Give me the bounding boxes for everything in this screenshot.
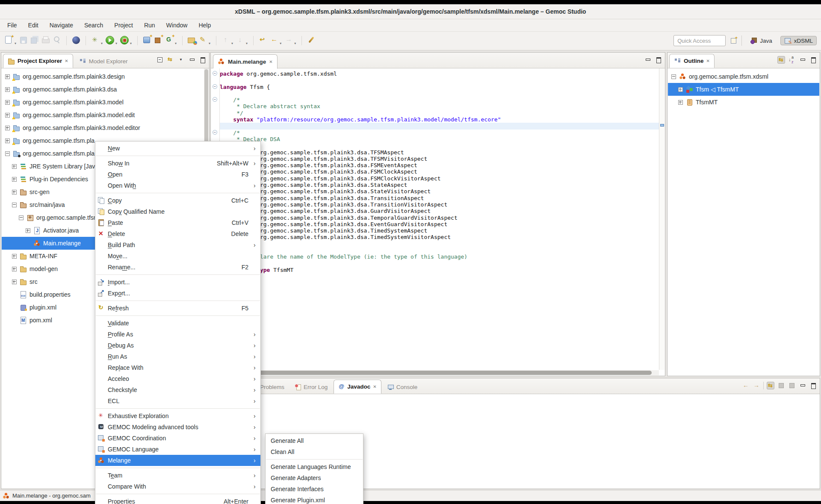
menu-item-refresh[interactable]: RefreshF5 [95, 303, 260, 314]
tab-outline[interactable]: Outline ✕ [669, 54, 715, 68]
dropdown-chevron-icon[interactable]: ▾ [130, 41, 132, 45]
menu-file[interactable]: File [2, 19, 23, 31]
link-with-editor-icon[interactable] [777, 56, 785, 64]
menu-item-rename[interactable]: Rename...F2 [95, 262, 260, 273]
tree-item-org-gemoc-sample-tfsm-plaink3-model[interactable]: org.gemoc.sample.tfsm.plaink3.model [2, 96, 209, 109]
tree-item-org-gemoc-sample-tfsm-plaink3-dsa[interactable]: org.gemoc.sample.tfsm.plaink3.dsa [2, 83, 209, 96]
expand-icon[interactable] [12, 177, 17, 182]
expand-icon[interactable] [12, 254, 17, 259]
fold-marker-icon[interactable]: − [213, 97, 217, 102]
menu-item-checkstyle[interactable]: Checkstyle› [95, 384, 260, 395]
menu-item-ecl[interactable]: ECL› [95, 395, 260, 407]
maximize-icon[interactable] [655, 56, 662, 64]
expand-icon[interactable] [12, 280, 17, 284]
menu-item-profile-as[interactable]: Profile As› [95, 329, 260, 340]
minimize-icon[interactable] [644, 56, 652, 64]
menu-item-paste[interactable]: PasteCtrl+V [95, 217, 260, 228]
collapse-all-icon[interactable] [156, 56, 164, 64]
menu-edit[interactable]: Edit [23, 19, 44, 31]
open-plugin-artifact-icon[interactable] [186, 35, 198, 45]
open-perspective-icon[interactable] [730, 37, 737, 44]
quick-access-input[interactable] [673, 35, 726, 46]
close-icon[interactable]: ✕ [706, 59, 710, 63]
tab-console[interactable]: Console [383, 380, 422, 394]
new-package-icon[interactable] [153, 35, 164, 45]
expand-icon[interactable] [5, 87, 10, 92]
collapse-icon[interactable] [12, 203, 17, 207]
outline-item-org-gemoc-sample-tfsm-xdsml[interactable]: org.gemoc.sample.tfsm.xdsml [668, 70, 819, 83]
menu-item-validate[interactable]: Validate [95, 318, 260, 329]
menu-item-compare-with[interactable]: Compare With› [95, 481, 260, 492]
expand-icon[interactable] [678, 100, 683, 105]
menu-navigate[interactable]: Navigate [44, 19, 79, 31]
link-with-editor-icon[interactable] [767, 382, 774, 389]
menu-item-copy[interactable]: CopyCtrl+C [95, 195, 260, 206]
menu-item-clean-all[interactable]: Clean All [266, 446, 363, 457]
dropdown-chevron-icon[interactable]: ▾ [101, 41, 103, 45]
close-icon[interactable]: ✕ [65, 59, 68, 63]
menu-item-acceleo[interactable]: Acceleo› [95, 373, 260, 384]
dropdown-chevron-icon[interactable]: ▾ [175, 41, 177, 45]
perspective-button-xdsml[interactable]: xDSML [780, 36, 817, 45]
menu-item-replace-with[interactable]: Replace With› [95, 362, 260, 373]
menu-run[interactable]: Run [139, 19, 161, 31]
expand-icon[interactable] [12, 267, 17, 271]
menu-item-debug-as[interactable]: Debug As› [95, 340, 260, 351]
debug-icon[interactable] [90, 35, 101, 45]
pin-editor-icon[interactable] [306, 35, 317, 45]
close-icon[interactable]: ✕ [373, 384, 376, 389]
menu-item-gemoc-modeling-advanced-tools[interactable]: GEMOC Modeling advanced tools› [95, 421, 260, 433]
minimize-icon[interactable] [799, 382, 806, 389]
maximize-icon[interactable] [809, 56, 817, 64]
expand-icon[interactable] [12, 190, 17, 195]
perspective-button-java[interactable]: Java [746, 36, 776, 45]
menu-item-exhaustive-exploration[interactable]: Exhaustive Exploration› [95, 410, 260, 421]
menu-item-gemoc-language[interactable]: GEMOC Language› [95, 444, 260, 455]
last-edit-location-icon[interactable] [257, 35, 269, 45]
tab-project-explorer[interactable]: Project Explorer ✕ [3, 54, 73, 68]
menu-item-generate-all[interactable]: Generate All [266, 435, 363, 446]
minimize-icon[interactable] [188, 56, 196, 64]
menu-item-open-with[interactable]: Open With› [95, 180, 260, 191]
collapse-icon[interactable] [5, 151, 10, 156]
menu-item-gemoc-coordination[interactable]: GEMOC Coordination› [95, 433, 260, 444]
dropdown-chevron-icon[interactable]: ▾ [209, 41, 210, 45]
dropdown-chevron-icon[interactable]: ▾ [280, 41, 281, 45]
editor-hscrollbar[interactable] [211, 370, 659, 375]
expand-icon[interactable] [5, 126, 10, 130]
menu-item-show-in[interactable]: Show InShift+Alt+W› [95, 158, 260, 169]
tree-item-org-gemoc-sample-tfsm-plaink3-model-editor[interactable]: org.gemoc.sample.tfsm.plaink3.model.edit… [2, 121, 209, 134]
collapse-icon[interactable] [671, 74, 676, 79]
view-menu-icon[interactable] [177, 56, 185, 64]
expand-icon[interactable] [5, 74, 10, 79]
forward-icon[interactable] [753, 382, 760, 389]
back-icon[interactable] [742, 382, 750, 389]
menu-item-copy-qualified-name[interactable]: Copy Qualified Name [95, 206, 260, 217]
code-editor[interactable]: package org.gemoc.sample.tfsm.xdsmllangu… [211, 68, 659, 370]
outline-item-tfsmmt[interactable]: TfsmMT [668, 96, 819, 109]
menu-item-open[interactable]: OpenF3 [95, 169, 260, 180]
open-input-icon[interactable] [777, 382, 785, 389]
menu-window[interactable]: Window [161, 19, 193, 31]
expand-icon[interactable] [5, 100, 10, 105]
dropdown-chevron-icon[interactable]: ▾ [115, 41, 117, 45]
osgi-console-icon[interactable] [71, 35, 82, 45]
expand-icon[interactable] [5, 139, 10, 143]
menu-item-build-path[interactable]: Build Path› [95, 239, 260, 251]
expand-icon[interactable] [12, 164, 17, 169]
link-with-editor-icon[interactable] [167, 56, 174, 64]
external-tools-icon[interactable] [119, 35, 130, 45]
run-icon[interactable] [104, 35, 115, 45]
tab-error-log[interactable]: Error Log [290, 380, 332, 394]
menu-item-generate-interfaces[interactable]: Generate Interfaces [266, 483, 363, 495]
search-icon[interactable] [198, 35, 209, 45]
menu-item-generate-languages-runtime[interactable]: Generate Languages Runtime [266, 461, 363, 472]
outline-item-tfsm-tfsmmt[interactable]: Tfsm ◁ TfsmMT [668, 83, 819, 96]
menu-item-delete[interactable]: DeleteDelete [95, 228, 260, 239]
menu-item-team[interactable]: Team› [95, 470, 260, 481]
back-icon[interactable] [269, 35, 280, 45]
menu-project[interactable]: Project [109, 19, 139, 31]
overview-ruler[interactable] [659, 68, 664, 370]
open-declaration-icon[interactable] [788, 382, 796, 389]
minimize-icon[interactable] [799, 56, 806, 64]
